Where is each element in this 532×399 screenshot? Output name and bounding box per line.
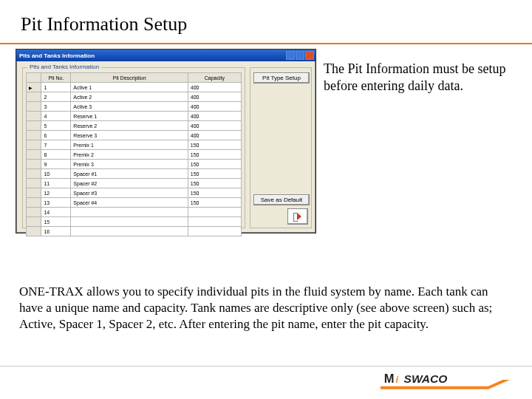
row-selector[interactable] [27,188,41,198]
cell-pitno[interactable]: 9 [41,160,71,169]
window-title-bar: Pits and Tanks Information [16,50,316,61]
row-selector[interactable] [27,227,41,236]
row-selector[interactable] [27,131,41,140]
cell-desc[interactable]: Premix 1 [71,140,188,150]
row-selector[interactable] [27,112,41,121]
table-row[interactable]: 7Premix 1150 [27,140,242,150]
cell-cap[interactable]: 150 [188,179,241,188]
cell-pitno[interactable]: 5 [41,121,71,131]
cell-desc[interactable]: Spacer #1 [71,169,188,179]
table-row[interactable]: 5Reserve 2400 [27,121,242,131]
cell-desc[interactable]: Reserve 2 [71,121,188,131]
row-selector[interactable] [27,150,41,160]
cell-pitno[interactable]: 14 [41,208,71,217]
row-selector[interactable] [27,92,41,102]
row-selector[interactable] [27,198,41,208]
cell-desc[interactable]: Reserve 3 [71,131,188,140]
row-selector[interactable] [27,83,41,92]
cell-cap[interactable]: 400 [188,112,241,121]
cell-cap[interactable]: 150 [188,169,241,179]
cell-cap[interactable]: 400 [188,102,241,112]
row-selector[interactable] [27,102,41,112]
table-row[interactable]: 16 [27,227,242,236]
col-desc[interactable]: Pit Description [71,73,188,83]
save-as-default-button[interactable]: Save as Default [253,194,310,205]
row-selector[interactable] [27,208,41,217]
side-panel: Pit Type Setup Save as Default [250,67,312,228]
cell-desc[interactable] [71,217,188,227]
table-row[interactable]: 14 [27,208,242,217]
cell-pitno[interactable]: 6 [41,131,71,140]
cell-cap[interactable]: 150 [188,150,241,160]
table-row[interactable]: 13Spacer #4150 [27,198,242,208]
cell-desc[interactable]: Premix 3 [71,160,188,169]
col-pitno[interactable]: Pit No. [41,73,71,83]
callout-text: The Pit Information must be setup before… [324,61,507,94]
cell-cap[interactable]: 400 [188,121,241,131]
row-selector[interactable] [27,121,41,131]
cell-cap[interactable] [188,227,241,236]
cell-cap[interactable]: 150 [188,188,241,198]
cell-cap[interactable]: 150 [188,140,241,150]
cell-pitno[interactable]: 2 [41,92,71,102]
table-row[interactable]: 15 [27,217,242,227]
cell-desc[interactable]: Reserve 1 [71,112,188,121]
pit-type-setup-button[interactable]: Pit Type Setup [253,72,310,83]
cell-desc[interactable] [71,208,188,217]
table-row[interactable]: 1Active 1400 [27,83,242,92]
cell-pitno[interactable]: 4 [41,112,71,121]
cell-cap[interactable]: 400 [188,131,241,140]
cell-desc[interactable] [71,227,188,236]
cell-cap[interactable]: 400 [188,92,241,102]
cell-pitno[interactable]: 3 [41,102,71,112]
window-title: Pits and Tanks Information [19,52,95,59]
table-row[interactable]: 11Spacer #2150 [27,179,242,188]
cell-cap[interactable]: 150 [188,198,241,208]
cell-pitno[interactable]: 15 [41,217,71,227]
table-row[interactable]: 12Spacer #3150 [27,188,242,198]
app-window: Pits and Tanks Information Pits and Tank… [16,49,316,233]
table-row[interactable]: 9Premix 3150 [27,160,242,169]
exit-button[interactable] [287,208,308,225]
cell-cap[interactable] [188,208,241,217]
cell-pitno[interactable]: 1 [41,83,71,92]
cell-desc[interactable]: Spacer #2 [71,179,188,188]
cell-desc[interactable]: Active 1 [71,83,188,92]
cell-desc[interactable]: Spacer #3 [71,188,188,198]
pits-table[interactable]: Pit No. Pit Description Capacity 1Active… [26,72,242,236]
cell-pitno[interactable]: 10 [41,169,71,179]
maximize-button[interactable] [296,51,304,60]
row-selector[interactable] [27,169,41,179]
row-selector[interactable] [27,179,41,188]
col-cap[interactable]: Capacity [188,73,241,83]
cell-desc[interactable]: Active 3 [71,102,188,112]
cell-pitno[interactable]: 16 [41,227,71,236]
table-row[interactable]: 8Premix 2150 [27,150,242,160]
table-row[interactable]: 10Spacer #1150 [27,169,242,179]
cell-pitno[interactable]: 8 [41,150,71,160]
cell-desc[interactable]: Premix 2 [71,150,188,160]
pits-groupbox: Pits and Tanks Information Pit No. Pit D… [22,67,245,228]
cell-cap[interactable] [188,217,241,227]
row-selector[interactable] [27,140,41,150]
table-row[interactable]: 2Active 2400 [27,92,242,102]
row-selector[interactable] [27,160,41,169]
close-button[interactable] [305,51,314,60]
row-selector[interactable] [27,217,41,227]
divider-bottom [0,366,532,366]
cell-pitno[interactable]: 12 [41,188,71,198]
minimize-button[interactable] [286,51,295,60]
table-row[interactable]: 3Active 3400 [27,102,242,112]
cell-cap[interactable]: 150 [188,160,241,169]
cell-desc[interactable]: Active 2 [71,92,188,102]
body-paragraph: ONE-TRAX allows you to specify individua… [19,284,513,332]
cell-pitno[interactable]: 7 [41,140,71,150]
cell-cap[interactable]: 400 [188,83,241,92]
company-logo: M i SWACO [381,369,510,392]
cell-desc[interactable]: Spacer #4 [71,198,188,208]
table-row[interactable]: 6Reserve 3400 [27,131,242,140]
cell-pitno[interactable]: 11 [41,179,71,188]
divider-top [0,43,532,44]
cell-pitno[interactable]: 13 [41,198,71,208]
table-row[interactable]: 4Reserve 1400 [27,112,242,121]
